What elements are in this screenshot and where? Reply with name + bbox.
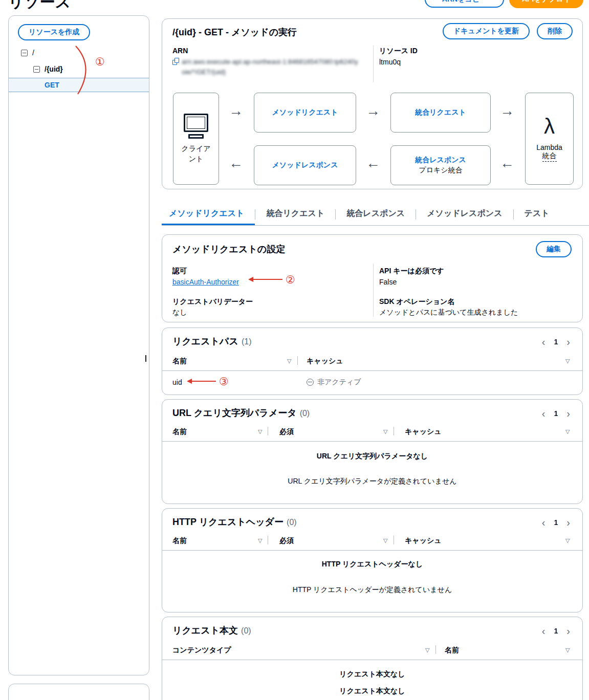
filter-icon[interactable] <box>383 428 387 435</box>
query-params-card: URL クエリ文字列パラメータ (0) 1 名前 必須 キャッシュ URL クエ… <box>162 399 583 504</box>
sdk-operation-label: SDK オペレーション名 <box>379 297 454 307</box>
update-documentation-button[interactable]: ドキュメントを更新 <box>443 23 530 39</box>
col-header-name: 名前 <box>172 357 187 366</box>
method-response-label: メソッドレスポンス <box>272 161 338 170</box>
path-row-cache: 非アクティブ <box>307 378 361 387</box>
edit-button[interactable]: 編集 <box>536 241 572 257</box>
column-divider[interactable] <box>297 356 298 365</box>
pagination: 1 <box>542 408 570 419</box>
tree-item-uid[interactable]: /{uid} <box>33 65 63 73</box>
authorizer-link[interactable]: basicAuth-Authorizer <box>172 278 239 286</box>
annotation-arrow-3 <box>191 381 216 382</box>
method-title: /{uid} - GET - メソッドの実行 <box>172 26 297 38</box>
method-response-box[interactable]: メソッドレスポンス <box>254 145 356 185</box>
tab-method-request[interactable]: メソッドリクエスト <box>162 204 255 225</box>
section-title: URL クエリ文字列パラメータ <box>172 407 297 419</box>
empty-state-title: URL クエリ文字列パラメータなし <box>162 452 582 461</box>
integration-response-label: 統合レスポンス <box>415 156 466 165</box>
tab-method-response[interactable]: メソッドレスポンス <box>416 204 513 225</box>
col-header-required: 必須 <box>279 536 294 545</box>
arn-label: ARN <box>172 47 188 55</box>
method-label: GET <box>45 81 59 89</box>
inactive-icon <box>307 379 314 386</box>
tab-test[interactable]: テスト <box>514 204 560 225</box>
prev-page-icon[interactable] <box>542 337 546 347</box>
filter-icon[interactable] <box>383 537 387 544</box>
prev-page-icon[interactable] <box>542 517 546 528</box>
method-execution-card: /{uid} - GET - メソッドの実行 ドキュメントを更新 削除 ARN … <box>162 18 583 189</box>
settings-title: メソッドリクエストの設定 <box>172 243 285 255</box>
annotation-number-3: ③ <box>219 376 229 387</box>
page-number[interactable]: 1 <box>554 518 558 527</box>
next-page-icon[interactable] <box>566 517 570 528</box>
filter-icon[interactable] <box>565 537 570 544</box>
sidebar-stub-panel <box>8 684 149 700</box>
next-page-icon[interactable] <box>566 408 570 419</box>
page-title: リソース <box>8 0 71 13</box>
column-divider[interactable] <box>394 427 394 435</box>
resource-id-label: リソース ID <box>379 47 418 56</box>
filter-icon[interactable] <box>565 358 570 364</box>
column-divider[interactable] <box>435 645 436 654</box>
flow-arrow-right-icon <box>366 104 380 118</box>
annotation-arrow-2 <box>253 279 282 280</box>
page-number[interactable]: 1 <box>554 338 558 346</box>
api-key-label: API キーは必須です <box>379 267 444 276</box>
collapse-icon[interactable] <box>21 50 28 56</box>
tree-item-label: / <box>32 49 34 57</box>
table-header-line <box>162 370 582 371</box>
flow-arrow-left-icon <box>366 156 380 170</box>
tab-integration-request[interactable]: 統合リクエスト <box>255 204 335 225</box>
method-request-box[interactable]: メソッドリクエスト <box>254 93 356 133</box>
client-box: クライアント <box>173 93 219 185</box>
column-divider[interactable] <box>394 536 394 544</box>
collapse-icon[interactable] <box>33 66 40 73</box>
filter-icon[interactable] <box>287 358 291 364</box>
column-divider[interactable] <box>268 536 268 544</box>
filter-icon[interactable] <box>565 647 570 653</box>
empty-state-desc: HTTP リクエストヘッダーが定義されていません <box>162 585 582 595</box>
deploy-api-button[interactable]: APIをデプロイ <box>509 0 583 8</box>
resource-id-value: ltmu0q <box>379 58 401 66</box>
request-validator-value: なし <box>172 308 187 317</box>
method-tabs: メソッドリクエスト 統合リクエスト 統合レスポンス メソッドレスポンス テスト <box>162 204 589 226</box>
request-path-header: リクエストパス (1) <box>172 335 252 347</box>
filter-icon[interactable] <box>425 647 429 653</box>
next-page-icon[interactable] <box>566 337 570 347</box>
prev-page-icon[interactable] <box>542 626 546 636</box>
text-cursor-artifact <box>145 355 146 362</box>
filter-icon[interactable] <box>258 428 262 435</box>
header-divider <box>373 46 374 82</box>
empty-state-desc: リクエスト本文なし <box>162 687 582 696</box>
integration-request-box[interactable]: 統合リクエスト <box>390 93 491 133</box>
query-params-header: URL クエリ文字列パラメータ (0) <box>172 407 310 419</box>
create-resource-button[interactable]: リソースを作成 <box>18 24 90 40</box>
col-header-cache: キャッシュ <box>307 357 343 366</box>
col-header-cache: キャッシュ <box>405 427 442 436</box>
delete-button[interactable]: 削除 <box>537 23 573 39</box>
method-request-label: メソッドリクエスト <box>272 108 338 117</box>
settings-divider <box>373 264 374 317</box>
request-validator-label: リクエストバリデーター <box>172 297 253 307</box>
column-divider[interactable] <box>268 427 268 435</box>
next-page-icon[interactable] <box>566 626 570 636</box>
tab-integration-response[interactable]: 統合レスポンス <box>336 204 416 225</box>
page-number[interactable]: 1 <box>554 627 558 635</box>
tree-item-root[interactable]: / <box>21 49 34 57</box>
arn-row: arn:aws:execute-api:ap-northeast-1:84681… <box>172 57 361 77</box>
integration-response-box[interactable]: 統合レスポンス プロキシ統合 <box>390 145 491 185</box>
section-title: HTTP リクエストヘッダー <box>172 516 283 528</box>
filter-icon[interactable] <box>258 537 262 544</box>
copy-icon[interactable] <box>172 58 179 65</box>
pagination: 1 <box>542 337 570 347</box>
copy-arn-button[interactable]: ARNをコピー <box>425 0 504 8</box>
flow-arrow-right-icon <box>229 104 243 118</box>
http-headers-header: HTTP リクエストヘッダー (0) <box>172 516 297 528</box>
filter-icon[interactable] <box>565 428 570 435</box>
section-title: リクエスト本文 <box>172 624 238 637</box>
empty-state-title: リクエスト本文なし <box>162 670 582 679</box>
flow-arrow-left-icon <box>229 156 243 170</box>
page-number[interactable]: 1 <box>554 409 558 418</box>
prev-page-icon[interactable] <box>542 408 546 419</box>
flow-arrow-left-icon <box>500 156 514 170</box>
